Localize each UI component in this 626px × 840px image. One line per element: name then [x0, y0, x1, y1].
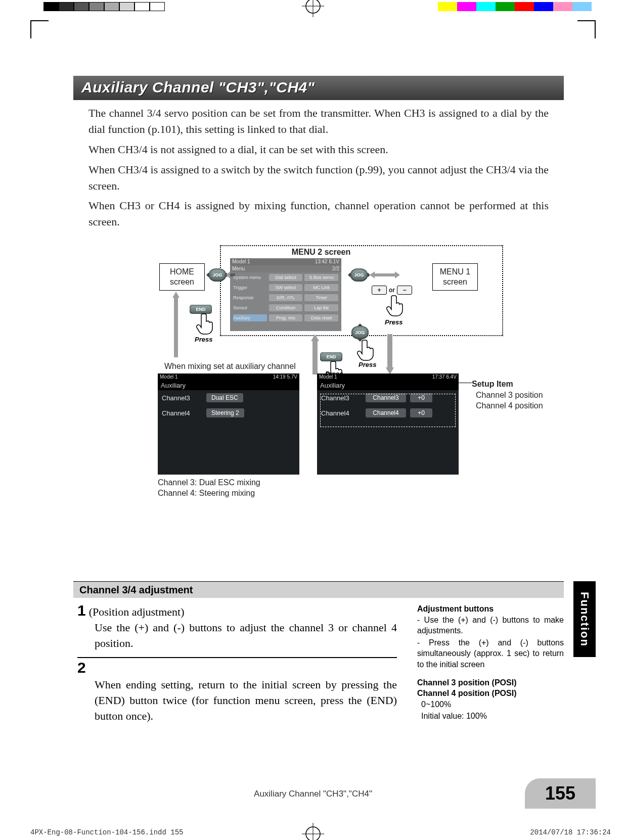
lcd-status: 13:42 6.1V: [315, 259, 339, 264]
setup-item-line: Channel 3 position: [476, 390, 543, 401]
press-label: Press: [385, 319, 403, 325]
setup-highlight-box: [320, 394, 456, 427]
notes-line: - Use the (+) and (-) buttons to make ad…: [417, 615, 564, 636]
notes-head: Adjustment buttons: [417, 603, 564, 615]
crop-mark: [30, 20, 49, 38]
press-label: Press: [359, 361, 376, 368]
or-label: or: [389, 287, 395, 294]
intro-paragraph: The channel 3/4 servo position can be se…: [88, 105, 549, 137]
registration-mark-top: [302, 0, 324, 17]
svg-marker-5: [172, 292, 180, 298]
section-side-tab: Function: [573, 581, 596, 657]
down-arrow: [386, 334, 394, 375]
intro-paragraph: When CH3 or CH4 is assigned by mixing fu…: [88, 198, 549, 230]
adjustment-section: Channel 3/4 adjustment 1(Position adjust…: [73, 581, 564, 730]
notes-line: Initial value: 100%: [421, 711, 564, 722]
hand-press-icon: [386, 294, 406, 318]
color-bars: [438, 2, 611, 11]
page-number: 155: [545, 784, 575, 803]
adjustment-steps: 1(Position adjustment)Use the (+) and (-…: [73, 598, 397, 730]
intro-paragraph: When CH3/4 is not assigned to a dial, it…: [88, 142, 549, 158]
plus-button-icon: +: [372, 286, 387, 295]
notes-head: Channel 3 position (POSI): [417, 677, 564, 688]
section-title: Auxiliary Channel "CH3","CH4": [73, 76, 564, 100]
press-label: Press: [195, 336, 212, 343]
navigation-diagram: MENU 2 screen HOME screen MENU 1 screen …: [88, 245, 564, 533]
svg-marker-7: [311, 334, 319, 341]
step: 1(Position adjustment)Use the (+) and (-…: [77, 601, 397, 658]
jog-dial-icon: JOG: [209, 268, 226, 282]
menu1-screen-box: MENU 1 screen: [432, 263, 478, 291]
slug-timestamp: 2014/07/18 17:36:24: [530, 829, 611, 836]
setup-item-block: Setup Item Channel 3 position Channel 4 …: [472, 379, 543, 411]
crop-mark: [577, 20, 596, 38]
adjustment-heading: Channel 3/4 adjustment: [73, 581, 564, 598]
page-body: Auxiliary Channel "CH3","CH4" The channe…: [73, 76, 564, 533]
intro-paragraphs: The channel 3/4 servo position can be se…: [88, 105, 549, 230]
jog-dial-icon: JOG: [350, 268, 368, 282]
lcd-title: Auxiliary: [158, 381, 299, 390]
lcd-model: Model 1: [232, 259, 250, 264]
lcd-model: Model 1: [160, 375, 178, 380]
gray-step-wedge: [43, 2, 165, 11]
lcd-title: Menu: [232, 266, 245, 271]
notes-head: Channel 4 position (POSI): [417, 688, 564, 699]
mixing-notes: Channel 3: Dual ESC mixingChannel 4: Ste…: [158, 478, 260, 499]
setup-item-head: Setup Item: [472, 380, 513, 388]
adjustment-notes: Adjustment buttons - Use the (+) and (-)…: [417, 603, 564, 723]
setup-item-line: Channel 4 position: [476, 400, 543, 411]
return-arrow: [172, 292, 180, 357]
menu2-lcd-screen: Model 113:42 6.1V Menu2/2 System menuDia…: [230, 258, 341, 331]
hand-press-icon: [356, 338, 377, 362]
step: 2When ending setting, return to the init…: [77, 658, 397, 730]
lcd-status: 17:37 6.4V: [432, 375, 457, 380]
up-arrow: [311, 334, 319, 375]
lcd-title: Auxiliary: [317, 381, 459, 390]
printer-registration: [0, 0, 626, 13]
lcd-page: 2/2: [332, 266, 339, 271]
notes-line: - Press the (+) and (-) buttons simultan…: [417, 637, 564, 670]
svg-marker-4: [370, 271, 400, 278]
slug-file: 4PX-Eng-08-Function-104-156.indd 155: [30, 829, 183, 836]
notes-line: 0~100%: [421, 699, 564, 710]
aux-lcd-mixing: Model 114:19 5.7V Auxiliary Channel3Dual…: [158, 374, 299, 475]
intro-paragraph: When CH3/4 is assigned to a switch by th…: [88, 162, 549, 194]
leader-line: [458, 383, 472, 383]
imposition-slug: 4PX-Eng-08-Function-104-156.indd 155 201…: [30, 829, 611, 836]
mixing-caption: When mixing set at auxiliary channel: [164, 362, 296, 370]
lcd-status: 14:19 5.7V: [273, 375, 297, 380]
double-arrow-icon: [370, 271, 400, 278]
menu2-label: MENU 2 screen: [271, 248, 372, 256]
aux-lcd-position: Model 117:37 6.4V Auxiliary Channel3Chan…: [317, 374, 459, 475]
lcd-model: Model 1: [319, 375, 337, 380]
hand-press-icon: [196, 312, 216, 336]
page-number-tab: 155: [525, 778, 596, 809]
page: Auxiliary Channel "CH3","CH4" The channe…: [0, 0, 626, 840]
home-screen-box: HOME screen: [159, 263, 205, 291]
jog-dial-icon: JOG: [351, 326, 369, 339]
